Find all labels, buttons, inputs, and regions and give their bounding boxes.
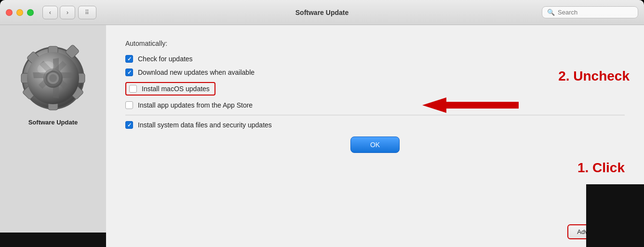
automatically-label: Automatically: (125, 40, 625, 47)
window-title: Software Update (295, 9, 349, 16)
search-icon: 🔍 (547, 9, 555, 16)
click-annotation: 1. Click (577, 160, 625, 176)
black-strip-bottom-left (0, 233, 106, 247)
install-security-label: Install system data files and security u… (138, 121, 272, 129)
nav-buttons: ‹ › (42, 6, 75, 19)
download-updates-label: Download new updates when available (138, 69, 255, 76)
check-for-updates-label: Check for updates (138, 55, 193, 63)
install-macos-highlight: Install macOS updates (125, 82, 215, 96)
install-macos-row: Install macOS updates (125, 82, 625, 96)
download-updates-row: Download new updates when available (125, 69, 625, 76)
arrow-annotation (422, 96, 519, 116)
grid-view-button[interactable]: ⠿ (78, 6, 96, 19)
svg-point-14 (49, 74, 57, 82)
black-strip-bottom-right (586, 184, 644, 247)
install-app-checkbox[interactable] (125, 101, 133, 109)
chevron-left-icon: ‹ (49, 9, 51, 16)
check-for-updates-checkbox[interactable] (125, 55, 133, 63)
install-security-row: Install system data files and security u… (125, 121, 625, 129)
search-input[interactable] (558, 9, 633, 16)
uncheck-annotation: 2. Uncheck (558, 69, 630, 84)
grid-icon: ⠿ (85, 9, 90, 16)
chevron-right-icon: › (67, 9, 68, 16)
sidebar-label: Software Update (28, 119, 78, 126)
main-content: Software Update Automatically: Check for… (0, 25, 644, 247)
svg-marker-16 (422, 97, 519, 113)
download-updates-checkbox[interactable] (125, 69, 133, 76)
settings-area: Automatically: Check for updates Downloa… (106, 25, 644, 247)
back-button[interactable]: ‹ (42, 6, 58, 19)
forward-button[interactable]: › (60, 6, 75, 19)
install-macos-label: Install macOS updates (142, 85, 210, 93)
separator (125, 115, 625, 115)
ok-button[interactable]: OK (350, 137, 400, 153)
search-bar[interactable]: 🔍 (542, 6, 638, 18)
install-security-checkbox[interactable] (125, 121, 133, 129)
install-app-row: Install app updates from the App Store (125, 101, 625, 109)
close-button[interactable] (6, 9, 13, 16)
install-app-label: Install app updates from the App Store (138, 101, 253, 109)
right-panel: Automatically: Check for updates Downloa… (106, 25, 644, 247)
traffic-lights (6, 9, 34, 16)
sidebar: Software Update (0, 25, 106, 247)
software-update-icon (19, 44, 87, 112)
install-macos-checkbox[interactable] (129, 85, 137, 93)
minimize-button[interactable] (16, 9, 23, 16)
titlebar: ‹ › ⠿ Software Update 🔍 (0, 0, 644, 25)
check-for-updates-row: Check for updates (125, 55, 625, 63)
maximize-button[interactable] (27, 9, 34, 16)
